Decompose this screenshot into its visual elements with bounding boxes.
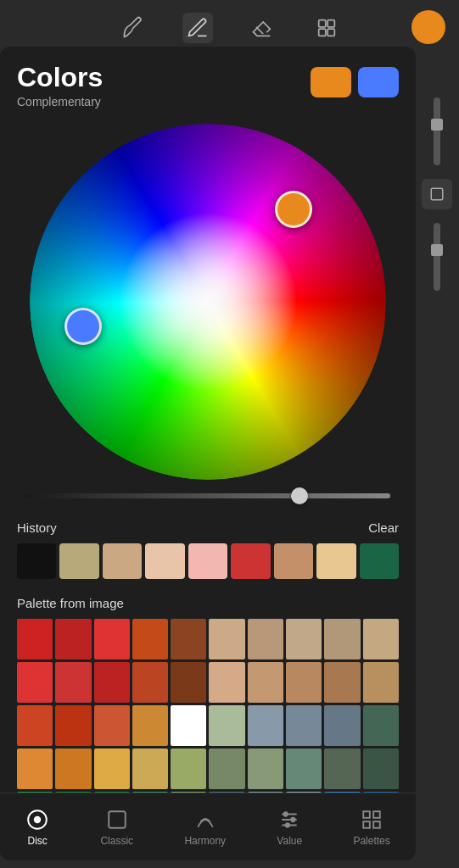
color-handle-orange[interactable] — [275, 191, 312, 228]
palette-cell[interactable] — [248, 619, 283, 659]
sidebar-square-button[interactable] — [422, 179, 452, 209]
square-icon — [105, 808, 129, 832]
nav-item-value[interactable]: Value — [277, 808, 302, 847]
nav-label: Value — [277, 835, 302, 847]
sidebar-slider-top[interactable] — [434, 97, 440, 165]
history-swatch-item[interactable] — [145, 543, 184, 579]
palette-cell[interactable] — [132, 619, 168, 659]
palette-cell[interactable] — [324, 705, 360, 746]
nav-item-classic[interactable]: Classic — [100, 808, 133, 847]
palette-cell[interactable] — [171, 662, 206, 703]
history-swatch-item[interactable] — [103, 543, 142, 579]
color-wheel-container[interactable] — [30, 124, 386, 480]
palette-cell[interactable] — [132, 748, 168, 789]
bottom-nav: Disc Classic Harmony Value Palettes — [0, 793, 416, 860]
palette-cell[interactable] — [17, 705, 53, 746]
svg-rect-15 — [363, 821, 370, 828]
pencil-icon[interactable] — [182, 13, 213, 43]
svg-rect-14 — [373, 811, 380, 818]
eraser-icon[interactable] — [247, 13, 277, 43]
svg-rect-0 — [318, 19, 325, 26]
svg-point-5 — [35, 816, 41, 822]
history-swatch-item[interactable] — [231, 543, 270, 579]
panel-subtitle: Complementary — [17, 95, 103, 108]
palette-cell[interactable] — [363, 748, 399, 789]
color-handle-blue[interactable] — [64, 308, 102, 345]
palette-cell[interactable] — [94, 748, 130, 789]
palette-cell[interactable] — [363, 662, 399, 703]
sidebar-slider-thumb-top[interactable] — [431, 119, 443, 131]
palette-cell[interactable] — [209, 619, 244, 659]
brightness-slider-track[interactable] — [25, 493, 390, 498]
history-row — [17, 543, 399, 579]
nav-item-harmony[interactable]: Harmony — [184, 808, 226, 847]
palette-cell[interactable] — [55, 705, 91, 746]
history-swatch-item[interactable] — [360, 543, 399, 579]
swatch-orange[interactable] — [311, 67, 351, 97]
palette-cell[interactable] — [171, 748, 206, 789]
palette-cell[interactable] — [248, 705, 283, 746]
nav-label: Palettes — [353, 835, 389, 847]
palette-cell[interactable] — [209, 662, 244, 703]
palette-cell[interactable] — [17, 662, 53, 703]
palette-cell[interactable] — [286, 662, 322, 703]
palette-cell[interactable] — [55, 748, 91, 789]
palette-cell[interactable] — [286, 705, 322, 746]
palette-cell[interactable] — [17, 748, 53, 789]
history-swatch-item[interactable] — [17, 543, 56, 579]
layers-icon[interactable] — [311, 13, 342, 43]
palette-cell[interactable] — [324, 748, 360, 789]
sliders-icon — [277, 808, 301, 832]
palette-cell[interactable] — [363, 619, 399, 659]
palette-cell[interactable] — [132, 705, 168, 746]
palette-cell[interactable] — [94, 705, 130, 746]
palette-cell[interactable] — [209, 705, 244, 746]
svg-point-12 — [286, 823, 289, 826]
palette-cell[interactable] — [171, 619, 206, 659]
header-text: Colors Complementary — [17, 62, 103, 108]
clear-button[interactable]: Clear — [368, 520, 399, 535]
svg-rect-6 — [109, 811, 126, 828]
palette-cell[interactable] — [132, 662, 168, 703]
panel-title: Colors — [17, 62, 103, 93]
palette-cell[interactable] — [209, 748, 244, 789]
brightness-slider-thumb[interactable] — [291, 487, 308, 504]
nav-item-palettes[interactable]: Palettes — [353, 808, 389, 847]
toolbar — [0, 0, 459, 55]
svg-rect-2 — [318, 29, 325, 36]
palette-cell[interactable] — [286, 619, 322, 659]
swatch-blue[interactable] — [358, 67, 399, 97]
nav-label: Harmony — [184, 835, 226, 847]
palette-cell[interactable] — [171, 705, 206, 746]
palette-label: Palette from image — [17, 596, 124, 610]
nav-label: Classic — [100, 835, 133, 847]
svg-rect-3 — [327, 29, 334, 36]
palette-header: Palette from image — [17, 596, 399, 610]
history-swatch-item[interactable] — [274, 543, 313, 579]
palette-cell[interactable] — [248, 748, 283, 789]
palette-cell[interactable] — [363, 705, 399, 746]
palette-cell[interactable] — [55, 662, 91, 703]
nav-label: Disc — [27, 835, 47, 847]
user-avatar[interactable] — [411, 10, 445, 44]
palette-cell[interactable] — [55, 619, 91, 659]
palette-cell[interactable] — [324, 619, 360, 659]
history-swatch-item[interactable] — [59, 543, 98, 579]
history-swatch-item[interactable] — [188, 543, 227, 579]
color-wheel-canvas[interactable] — [30, 124, 386, 480]
palette-cell[interactable] — [324, 662, 360, 703]
palette-cell[interactable] — [94, 662, 130, 703]
sidebar-slider-bottom[interactable] — [434, 223, 440, 291]
history-label: History — [17, 520, 57, 535]
svg-rect-16 — [373, 821, 380, 828]
svg-rect-1 — [327, 19, 334, 26]
sidebar-slider-thumb-bottom[interactable] — [431, 244, 443, 256]
nav-item-disc[interactable]: Disc — [25, 808, 49, 847]
brush-icon[interactable] — [118, 13, 148, 43]
palette-cell[interactable] — [286, 748, 322, 789]
history-header: History Clear — [17, 520, 399, 535]
palette-cell[interactable] — [248, 662, 283, 703]
palette-cell[interactable] — [17, 619, 53, 659]
history-swatch-item[interactable] — [316, 543, 355, 579]
palette-cell[interactable] — [94, 619, 130, 659]
